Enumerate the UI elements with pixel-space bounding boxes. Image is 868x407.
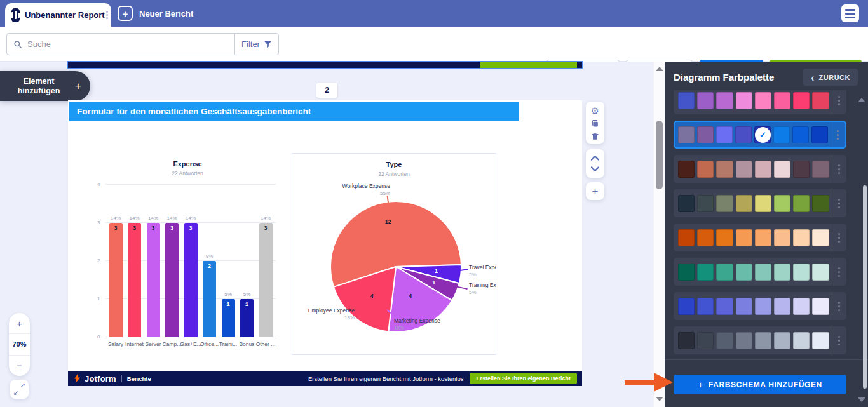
color-swatch[interactable] bbox=[774, 332, 790, 349]
palette-row[interactable] bbox=[674, 292, 846, 320]
color-swatch[interactable] bbox=[774, 161, 790, 178]
color-swatch[interactable] bbox=[812, 332, 829, 349]
bar[interactable]: 1 bbox=[240, 299, 254, 337]
color-swatch[interactable] bbox=[774, 195, 790, 212]
fullscreen-button[interactable]: ↗ ↙ bbox=[10, 380, 29, 399]
color-swatch[interactable] bbox=[678, 126, 695, 143]
color-swatch[interactable] bbox=[755, 161, 771, 178]
color-swatch[interactable] bbox=[793, 195, 810, 212]
scroll-up-arrow[interactable] bbox=[858, 98, 865, 102]
color-swatch[interactable] bbox=[812, 92, 829, 109]
pie-chart-element[interactable]: Type 22 Antworten 121144 Workplace Expen… bbox=[292, 153, 496, 355]
chevron-up-icon[interactable] bbox=[591, 155, 599, 161]
palette-row-selected[interactable]: ✓ bbox=[674, 121, 846, 149]
color-swatch[interactable] bbox=[773, 126, 790, 143]
color-swatch[interactable] bbox=[812, 161, 829, 178]
bar[interactable]: 3 bbox=[109, 223, 123, 337]
color-swatch[interactable] bbox=[678, 195, 695, 212]
color-swatch[interactable] bbox=[736, 195, 752, 212]
palette-row[interactable] bbox=[674, 90, 846, 114]
color-swatch[interactable] bbox=[793, 229, 810, 246]
color-swatch[interactable] bbox=[792, 126, 809, 143]
color-swatch[interactable] bbox=[812, 264, 829, 281]
page-header-element[interactable]: Formular für den monatlichen Geschäftsau… bbox=[69, 102, 519, 121]
color-swatch[interactable] bbox=[735, 126, 752, 143]
bar[interactable]: 3 bbox=[147, 223, 160, 337]
scroll-up-arrow[interactable] bbox=[656, 67, 663, 71]
bar[interactable]: 3 bbox=[128, 223, 141, 337]
palette-menu-icon[interactable] bbox=[832, 155, 846, 183]
trash-icon[interactable] bbox=[591, 132, 599, 140]
color-swatch[interactable] bbox=[812, 298, 829, 315]
color-swatch[interactable] bbox=[697, 161, 714, 178]
palette-menu-icon[interactable] bbox=[832, 292, 846, 320]
color-swatch[interactable] bbox=[678, 92, 695, 109]
color-swatch[interactable] bbox=[697, 264, 714, 281]
color-swatch[interactable] bbox=[755, 195, 771, 212]
color-swatch[interactable] bbox=[697, 229, 714, 246]
palette-row[interactable] bbox=[674, 258, 846, 286]
color-swatch[interactable] bbox=[716, 195, 733, 212]
panel-scrollbar-thumb[interactable] bbox=[863, 185, 867, 389]
color-swatch[interactable] bbox=[678, 264, 695, 281]
scroll-down-arrow[interactable] bbox=[858, 397, 865, 402]
color-swatch[interactable] bbox=[716, 298, 733, 315]
color-swatch[interactable] bbox=[774, 92, 790, 109]
color-swatch[interactable] bbox=[736, 161, 752, 178]
color-swatch[interactable] bbox=[716, 92, 733, 109]
duplicate-icon[interactable] bbox=[591, 119, 599, 128]
palette-menu-icon[interactable] bbox=[832, 90, 846, 114]
palette-row[interactable] bbox=[674, 189, 846, 217]
plus-icon[interactable]: + bbox=[592, 186, 599, 197]
back-button[interactable]: ‹ ZURÜCK bbox=[803, 69, 858, 86]
gear-icon[interactable]: ⚙ bbox=[591, 106, 599, 116]
color-swatch[interactable] bbox=[812, 195, 829, 212]
color-swatch[interactable] bbox=[697, 92, 714, 109]
color-swatch[interactable] bbox=[774, 298, 790, 315]
bar[interactable]: 3 bbox=[184, 223, 198, 337]
bar[interactable]: 2 bbox=[203, 261, 216, 337]
color-swatch[interactable] bbox=[755, 332, 771, 349]
color-swatch[interactable] bbox=[736, 92, 752, 109]
color-swatch[interactable] bbox=[736, 332, 752, 349]
color-swatch[interactable] bbox=[697, 298, 714, 315]
color-swatch[interactable] bbox=[755, 298, 771, 315]
color-swatch[interactable] bbox=[774, 229, 790, 246]
bar[interactable]: 3 bbox=[259, 223, 273, 337]
color-swatch[interactable] bbox=[678, 161, 695, 178]
zoom-in-button[interactable]: + bbox=[9, 313, 30, 333]
color-swatch[interactable] bbox=[812, 229, 829, 246]
filter-button[interactable]: Filter bbox=[234, 33, 279, 55]
color-swatch[interactable] bbox=[716, 332, 733, 349]
color-swatch[interactable] bbox=[716, 161, 733, 178]
color-swatch[interactable] bbox=[736, 264, 752, 281]
search-input[interactable] bbox=[27, 39, 228, 49]
add-element-button[interactable]: Element hinzufügen + bbox=[0, 71, 90, 101]
scroll-down-arrow[interactable] bbox=[656, 397, 663, 401]
color-swatch[interactable] bbox=[716, 264, 733, 281]
palette-menu-icon[interactable] bbox=[832, 224, 846, 251]
create-report-button[interactable]: Erstellen Sie Ihren eigenen Bericht bbox=[470, 373, 577, 384]
zoom-out-button[interactable]: − bbox=[9, 355, 30, 376]
scrollbar-thumb[interactable] bbox=[656, 121, 663, 189]
color-swatch[interactable] bbox=[697, 332, 714, 349]
add-color-scheme-button[interactable]: + FARBSCHEMA HINZUFÜGEN bbox=[674, 375, 846, 394]
color-swatch[interactable] bbox=[716, 126, 733, 143]
chevron-down-icon[interactable] bbox=[591, 166, 599, 172]
color-swatch[interactable] bbox=[678, 229, 695, 246]
tab-neuer-bericht[interactable]: + Neuer Bericht bbox=[118, 0, 193, 27]
color-swatch[interactable] bbox=[755, 229, 771, 246]
color-swatch[interactable] bbox=[793, 298, 810, 315]
color-swatch[interactable] bbox=[736, 298, 752, 315]
color-swatch[interactable] bbox=[793, 264, 810, 281]
color-swatch[interactable] bbox=[678, 298, 695, 315]
canvas-scrollbar[interactable] bbox=[653, 62, 665, 407]
palette-row[interactable] bbox=[674, 155, 846, 183]
palette-menu-icon[interactable] bbox=[832, 326, 846, 354]
color-swatch[interactable] bbox=[793, 332, 810, 349]
bar[interactable]: 3 bbox=[165, 223, 179, 337]
bar[interactable]: 1 bbox=[222, 299, 235, 337]
color-swatch[interactable] bbox=[774, 264, 790, 281]
palette-row[interactable] bbox=[674, 326, 846, 354]
color-swatch[interactable] bbox=[755, 92, 771, 109]
